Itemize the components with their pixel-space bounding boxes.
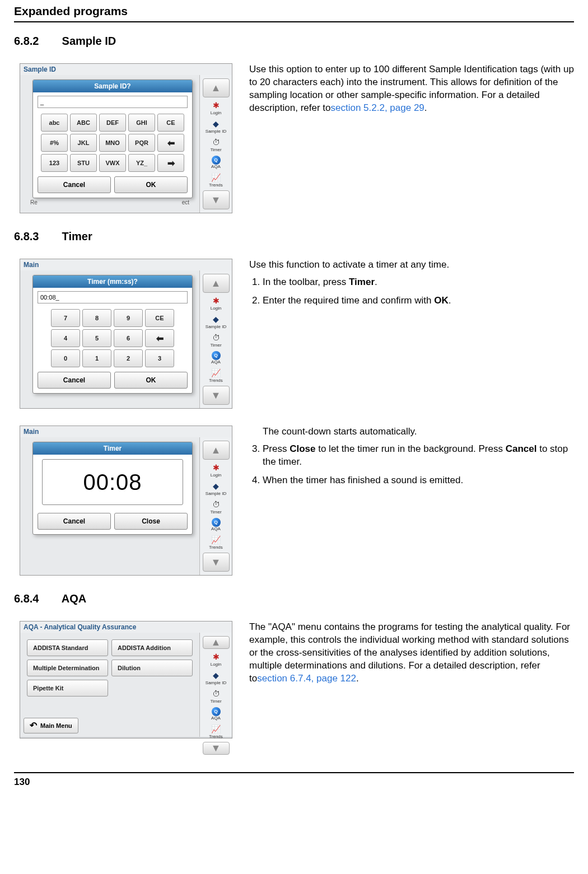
key-backspace[interactable]: ⬅ [157,134,184,152]
step-item: When the timer has finished a sound is e… [263,474,574,487]
aqa-addista-standard-button[interactable]: ADDISTA Standard [27,639,108,656]
scroll-up-button[interactable]: ▲ [203,78,230,97]
cancel-button[interactable]: Cancel [38,176,111,193]
shot-corner-title: Sample ID [20,64,232,75]
step-item: In the toolbar, press Timer. [263,276,574,289]
key-123[interactable]: 123 [41,154,68,172]
key-2[interactable]: 2 [114,349,143,367]
scroll-down-button[interactable]: ▼ [203,553,230,572]
sample-id-input[interactable]: _ [38,96,188,108]
sidebar-item-label: Timer [210,148,221,152]
key-DEF[interactable]: DEF [99,114,126,132]
bold-term: Close [290,443,315,454]
sidebar-item-login[interactable]: ✱ Login [210,100,222,115]
sidebar-item-login[interactable]: ✱Login [210,652,222,667]
sidebar-item-label: Trends [209,183,223,188]
cancel-button[interactable]: Cancel [38,513,111,530]
sidebar-item-sample-id[interactable]: ◆Sample ID [206,670,226,685]
sidebar-item-aqa[interactable]: QAQA [211,518,221,531]
body-text: . [356,673,359,684]
section-number: 6.8.2 [14,35,59,48]
sidebar-item-aqa[interactable]: QAQA [211,707,221,721]
sidebar-item-aqa[interactable]: Q AQA [211,156,221,169]
aqa-titlebar: AQA - Analytical Quality Assurance [20,621,232,633]
ok-button[interactable]: OK [114,176,188,193]
sidebar-item-login[interactable]: ✱Login [210,462,222,478]
aqa-pipette-kit-button[interactable]: Pipette Kit [27,680,108,697]
main-menu-button[interactable]: ↶ Main Menu [24,718,78,733]
scroll-down-button[interactable]: ▼ [203,386,230,405]
body-text: . [449,295,451,306]
body-text: to let the timer run in the background. … [315,443,505,454]
key-CE[interactable]: CE [145,309,174,327]
toolbar-sidebar: ▲ ✱Login ◆Sample ID ⏱Timer QAQA 📈Trends … [199,633,232,737]
key-ABC[interactable]: ABC [70,114,97,132]
sidebar-item-label: AQA [211,716,221,721]
body-text: The count-down starts automatically. [249,426,574,438]
key-backspace[interactable]: ⬅ [145,329,174,347]
key-1[interactable]: 1 [82,349,111,367]
sidebar-item-sample-id[interactable]: ◆ Sample ID [206,119,226,134]
aqa-addista-addition-button[interactable]: ADDISTA Addition [111,639,193,656]
sidebar-item-label: AQA [211,527,221,531]
key-STU[interactable]: STU [70,154,97,172]
sidebar-item-aqa[interactable]: QAQA [211,351,221,364]
sample-id-description: Use this option to enter up to 100 diffe… [238,63,574,115]
sidebar-item-label: Timer [210,343,221,348]
scroll-up-button[interactable]: ▲ [203,441,230,460]
key-GHI[interactable]: GHI [128,114,155,132]
key-abc[interactable]: abc [41,114,68,132]
sidebar-item-timer[interactable]: ⏱ Timer [210,137,222,152]
sidebar-item-label: Sample ID [206,129,226,134]
key-8[interactable]: 8 [82,309,111,327]
sidebar-item-trends[interactable]: 📈Trends [209,368,223,383]
ok-button[interactable]: OK [114,372,188,389]
key-4[interactable]: 4 [51,329,80,347]
sidebar-item-sample-id[interactable]: ◆Sample ID [206,314,226,329]
key-VWX[interactable]: VWX [99,154,126,172]
sidebar-item-trends[interactable]: 📈Trends [209,535,223,550]
key-PQR[interactable]: PQR [128,134,155,152]
timer-icon: ⏱ [210,499,222,510]
sidebar-item-trends[interactable]: 📈Trends [209,724,223,739]
crossref-link[interactable]: section 5.2.2, page 29 [331,102,424,113]
sidebar-item-label: AQA [211,165,221,169]
sidebar-item-login[interactable]: ✱Login [210,296,222,311]
key-7[interactable]: 7 [51,309,80,327]
sidebar-item-sample-id[interactable]: ◆Sample ID [206,481,226,496]
key-3[interactable]: 3 [145,349,174,367]
key-6[interactable]: 6 [114,329,143,347]
aqa-multiple-determination-button[interactable]: Multiple Determination [27,660,108,676]
timer-input[interactable]: 00:08_ [38,291,188,303]
main-menu-label: Main Menu [40,722,72,729]
scroll-up-button[interactable]: ▲ [203,274,230,293]
sidebar-item-trends[interactable]: 📈 Trends [209,172,223,188]
login-icon: ✱ [210,296,222,306]
key-0[interactable]: 0 [51,349,80,367]
key-5[interactable]: 5 [82,329,111,347]
key-YZ[interactable]: YZ_ [128,154,155,172]
section-heading-aqa: 6.8.4 AQA [14,592,574,605]
sidebar-item-label: Trends [209,735,223,739]
aqa-dilution-button[interactable]: Dilution [111,660,193,676]
key-MNO[interactable]: MNO [99,134,126,152]
screenshot-aqa: AQA - Analytical Quality Assurance ADDIS… [20,621,232,739]
login-icon: ✱ [210,100,222,110]
sidebar-item-timer[interactable]: ⏱Timer [210,499,222,515]
partial-text: ect [182,199,189,205]
body-text: Press [263,443,290,454]
sample-id-dialog: Sample ID? _ abc ABC DEF GHI CE #% JKL M… [32,80,193,198]
sidebar-item-timer[interactable]: ⏱Timer [210,333,222,348]
scroll-down-button[interactable]: ▼ [203,190,230,209]
key-9[interactable]: 9 [114,309,143,327]
close-button[interactable]: Close [114,513,188,530]
key-CE[interactable]: CE [157,114,184,132]
scroll-down-button[interactable]: ▼ [203,742,230,755]
scroll-up-button[interactable]: ▲ [203,636,230,649]
crossref-link[interactable]: section 6.7.4, page 122 [257,673,356,684]
key-JKL[interactable]: JKL [70,134,97,152]
key-forward[interactable]: ➡ [157,154,184,172]
sidebar-item-timer[interactable]: ⏱Timer [210,689,222,704]
cancel-button[interactable]: Cancel [38,372,111,389]
key-hashpct[interactable]: #% [41,134,68,152]
